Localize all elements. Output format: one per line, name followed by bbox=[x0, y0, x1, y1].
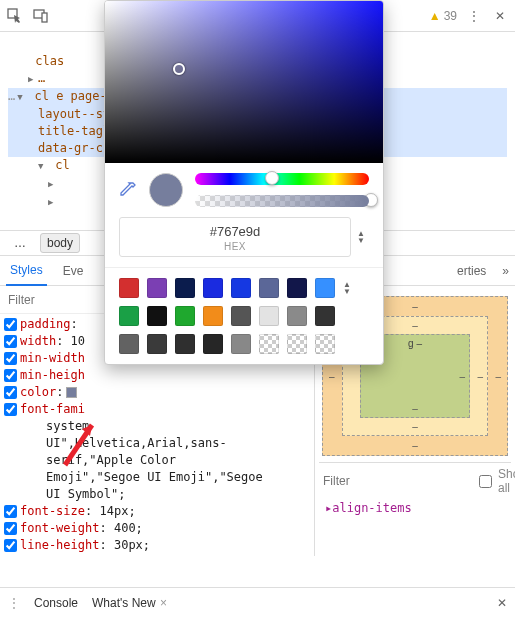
prop-toggle[interactable] bbox=[4, 522, 17, 535]
showall-checkbox[interactable] bbox=[479, 475, 492, 488]
palette-swatch[interactable] bbox=[259, 334, 279, 354]
palette-swatch[interactable] bbox=[287, 334, 307, 354]
palette-swatch[interactable] bbox=[175, 306, 195, 326]
prop-toggle[interactable] bbox=[4, 539, 17, 552]
css-property[interactable]: font-weight: 400; bbox=[4, 520, 310, 537]
prop-toggle[interactable] bbox=[4, 369, 17, 382]
palette-swatch[interactable] bbox=[147, 334, 167, 354]
palette-swatch[interactable] bbox=[203, 306, 223, 326]
color-hex-value: #767e9d bbox=[122, 224, 348, 239]
css-property-value[interactable]: systemUI",Helvetica,Arial,sans-serif,"Ap… bbox=[4, 418, 310, 503]
drawer-close-icon[interactable]: ✕ bbox=[497, 596, 507, 610]
more-tabs-icon[interactable]: » bbox=[502, 264, 509, 278]
box-model-padding-label: g – bbox=[408, 338, 422, 349]
hue-slider-thumb[interactable] bbox=[265, 171, 279, 185]
device-toolbar-icon[interactable] bbox=[32, 7, 50, 25]
prop-toggle[interactable] bbox=[4, 403, 17, 416]
prop-toggle[interactable] bbox=[4, 318, 17, 331]
palette-swatch[interactable] bbox=[203, 334, 223, 354]
palette-swatch[interactable] bbox=[175, 278, 195, 298]
palette-swatch[interactable] bbox=[147, 306, 167, 326]
css-property[interactable]: font-fami bbox=[4, 401, 310, 418]
palette-stepper[interactable]: ▲▼ bbox=[343, 281, 355, 295]
palette-swatch[interactable] bbox=[315, 334, 335, 354]
color-format-stepper[interactable]: ▲▼ bbox=[357, 230, 369, 244]
svg-rect-2 bbox=[42, 13, 47, 22]
inspect-icon[interactable] bbox=[6, 7, 24, 25]
css-property[interactable]: min-heigh bbox=[4, 367, 310, 384]
warning-icon: ▲ bbox=[429, 9, 441, 23]
color-preview-swatch bbox=[149, 173, 183, 207]
css-property[interactable]: -webkit-font-smoothing: bbox=[4, 554, 310, 556]
breadcrumb-body[interactable]: body bbox=[40, 233, 80, 253]
prop-toggle[interactable] bbox=[4, 505, 17, 518]
showall-label: Show all bbox=[498, 467, 515, 495]
palette-swatch[interactable] bbox=[119, 334, 139, 354]
drawer-tab-console[interactable]: Console bbox=[34, 596, 78, 610]
kebab-drawer-icon[interactable]: ⋮ bbox=[8, 596, 20, 610]
close-icon[interactable]: ✕ bbox=[491, 7, 509, 25]
color-saturation-field[interactable] bbox=[105, 1, 383, 163]
tab-event-listeners[interactable]: Eve bbox=[59, 256, 88, 286]
css-property[interactable]: line-height: 30px; bbox=[4, 537, 310, 554]
tab-properties[interactable]: erties bbox=[453, 256, 490, 286]
eyedropper-icon[interactable] bbox=[119, 181, 137, 199]
breadcrumb-ellipsis[interactable]: … bbox=[8, 234, 32, 252]
palette-swatch[interactable] bbox=[119, 278, 139, 298]
drawer: ⋮ Console What's New × ✕ bbox=[0, 587, 515, 617]
palette-swatch[interactable] bbox=[231, 278, 251, 298]
prop-toggle[interactable] bbox=[4, 352, 17, 365]
palette-swatch[interactable] bbox=[175, 334, 195, 354]
warning-count-value: 39 bbox=[444, 9, 457, 23]
palette-swatch[interactable] bbox=[231, 306, 251, 326]
prop-toggle[interactable] bbox=[4, 386, 17, 399]
color-swatch[interactable] bbox=[66, 387, 77, 398]
tab-styles[interactable]: Styles bbox=[6, 256, 47, 286]
computed-filter-input[interactable] bbox=[323, 474, 473, 488]
palette-swatch[interactable] bbox=[259, 306, 279, 326]
color-field-cursor[interactable] bbox=[173, 63, 185, 75]
palette-swatch[interactable] bbox=[203, 278, 223, 298]
palette-swatch[interactable] bbox=[287, 278, 307, 298]
color-palette: ▲▼ bbox=[105, 268, 383, 364]
palette-swatch[interactable] bbox=[231, 334, 251, 354]
alpha-slider-thumb[interactable] bbox=[364, 193, 378, 207]
drawer-tab-whatsnew[interactable]: What's New × bbox=[92, 596, 167, 610]
palette-swatch[interactable] bbox=[119, 306, 139, 326]
palette-swatch[interactable] bbox=[287, 306, 307, 326]
alpha-slider[interactable] bbox=[195, 195, 369, 207]
palette-swatch[interactable] bbox=[315, 306, 335, 326]
css-property[interactable]: font-size: 14px; bbox=[4, 503, 310, 520]
color-picker: #767e9d HEX ▲▼ ▲▼ bbox=[104, 0, 384, 365]
palette-swatch[interactable] bbox=[315, 278, 335, 298]
color-format-label: HEX bbox=[122, 241, 348, 252]
warning-count[interactable]: ▲39 bbox=[429, 9, 457, 23]
palette-swatch[interactable] bbox=[147, 278, 167, 298]
prop-toggle[interactable] bbox=[4, 335, 17, 348]
hue-slider[interactable] bbox=[195, 173, 369, 185]
palette-swatch[interactable] bbox=[259, 278, 279, 298]
css-property[interactable]: color: bbox=[4, 384, 310, 401]
kebab-menu-icon[interactable]: ⋮ bbox=[465, 7, 483, 25]
color-hex-input[interactable]: #767e9d HEX bbox=[119, 217, 351, 257]
computed-prop-align-items[interactable]: ▸align-items bbox=[319, 499, 511, 517]
